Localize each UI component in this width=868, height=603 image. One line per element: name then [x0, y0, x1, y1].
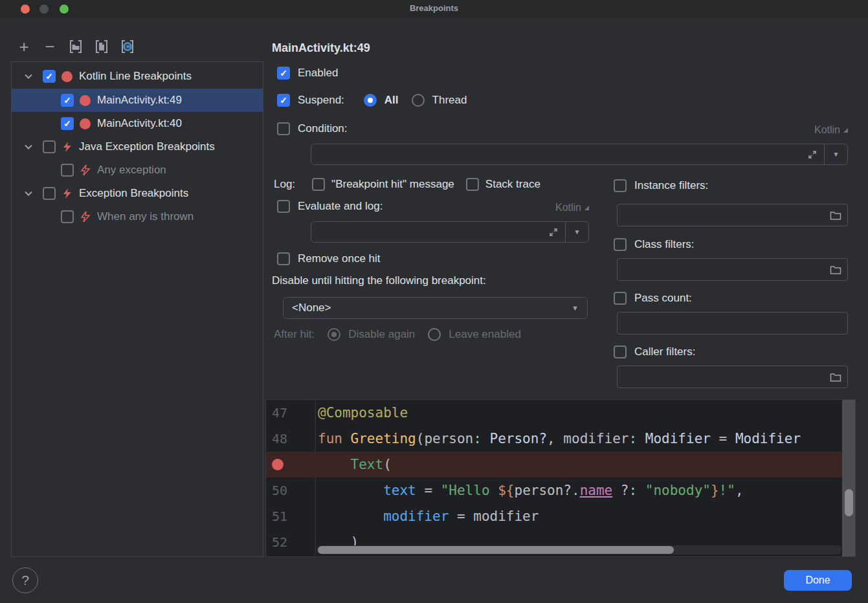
mainactivity-49-checkbox[interactable]: ✓ — [61, 94, 74, 107]
instance-filters-checkbox[interactable] — [614, 179, 627, 192]
enabled-checkbox[interactable]: ✓ — [277, 67, 290, 80]
tree-item-any-exception[interactable]: Any exception — [12, 159, 263, 182]
chevron-down-icon[interactable] — [24, 189, 33, 198]
evaluate-and-log-checkbox[interactable] — [277, 200, 290, 213]
disable-until-label: Disable until hitting the following brea… — [272, 274, 486, 287]
tree-item-mainactivity-49[interactable]: ✓ MainActivity.kt:49 — [12, 89, 263, 112]
stack-trace-checkbox[interactable] — [466, 178, 479, 191]
expand-icon[interactable] — [548, 227, 559, 237]
tree-item-label: MainActivity.kt:40 — [97, 117, 182, 130]
after-hit-row: After hit: Disable again Leave enabled — [274, 328, 521, 341]
instance-filters-input[interactable] — [617, 204, 848, 226]
evaluate-language-selector[interactable]: Kotlin — [537, 202, 589, 214]
check-icon: ✓ — [61, 117, 74, 130]
remove-once-hit-checkbox[interactable] — [277, 252, 290, 265]
breakpoint-hit-message-checkbox[interactable] — [312, 178, 325, 191]
when-any-thrown-checkbox[interactable] — [61, 210, 74, 223]
after-hit-disable-radio — [328, 328, 340, 341]
chevron-down-icon[interactable] — [24, 72, 33, 81]
disable-until-combobox[interactable]: <None> ▼ — [283, 297, 588, 319]
evaluate-input[interactable]: ▼ — [311, 221, 589, 243]
kotlin-line-breakpoints-checkbox[interactable]: ✓ — [43, 70, 56, 83]
line-number: 52 — [272, 534, 287, 550]
code-line: 47 @Composable — [266, 400, 855, 426]
suspend-thread-radio[interactable] — [412, 94, 425, 107]
stack-trace-label: Stack trace — [485, 178, 540, 191]
group-by-package-icon[interactable] — [68, 38, 83, 56]
svg-text:C: C — [125, 43, 130, 50]
help-button[interactable]: ? — [12, 567, 38, 593]
expand-icon[interactable] — [807, 149, 818, 160]
done-button[interactable]: Done — [784, 570, 852, 591]
pass-count-input[interactable] — [617, 312, 848, 334]
mainactivity-40-checkbox[interactable]: ✓ — [61, 117, 74, 130]
dropdown-arrow-icon: ▼ — [574, 228, 581, 236]
title-bar: Breakpoints — [0, 0, 868, 17]
folder-icon[interactable] — [830, 265, 841, 275]
tree-item-label: When any is thrown — [97, 210, 194, 223]
folder-icon[interactable] — [830, 372, 841, 382]
after-hit-leave-label: Leave enabled — [449, 328, 521, 341]
class-filters-checkbox[interactable] — [614, 238, 627, 251]
caller-filters-checkbox[interactable] — [614, 345, 627, 358]
condition-history-dropdown[interactable]: ▼ — [824, 144, 847, 164]
any-exception-checkbox[interactable] — [61, 164, 74, 177]
line-number: 51 — [272, 509, 287, 524]
log-row: Log: "Breakpoint hit" message Stack trac… — [274, 178, 540, 191]
add-breakpoint-button[interactable]: + — [16, 38, 32, 56]
breakpoints-tree: ✓ Kotlin Line Breakpoints ✓ MainActivity… — [11, 61, 263, 557]
tree-item-label: Any exception — [97, 164, 166, 177]
window-title: Breakpoints — [0, 3, 868, 13]
horizontal-scrollbar-thumb[interactable] — [318, 546, 674, 554]
breakpoints-toolbar: + − C — [16, 38, 135, 56]
suspend-row: ✓ Suspend: All Thread — [277, 94, 467, 107]
dropdown-arrow-icon: ▼ — [833, 151, 840, 158]
evaluate-history-dropdown[interactable]: ▼ — [565, 222, 588, 242]
remove-once-hit-row: Remove once hit — [277, 252, 381, 265]
condition-language-selector[interactable]: Kotlin — [796, 124, 848, 136]
check-icon: ✓ — [277, 94, 290, 107]
suspend-all-radio[interactable] — [364, 94, 377, 107]
dropdown-arrow-icon: ▼ — [572, 304, 579, 312]
caller-filters-input[interactable] — [617, 366, 848, 388]
breakpoints-dialog: Breakpoints + − C — [0, 0, 868, 603]
exception-bolt-icon — [61, 188, 73, 199]
folder-icon[interactable] — [830, 210, 841, 221]
class-filters-row: Class filters: — [614, 238, 695, 251]
tree-item-kotlin-line-breakpoints[interactable]: ✓ Kotlin Line Breakpoints — [12, 65, 263, 88]
tree-item-java-exception-breakpoints[interactable]: Java Exception Breakpoints — [12, 135, 263, 159]
java-exception-breakpoints-checkbox[interactable] — [43, 140, 56, 153]
evaluate-and-log-label: Evaluate and log: — [298, 200, 383, 213]
vertical-scrollbar-thumb[interactable] — [845, 489, 853, 516]
tree-item-exception-breakpoints[interactable]: Exception Breakpoints — [12, 182, 263, 205]
condition-language-label: Kotlin — [814, 124, 840, 136]
evaluate-row: Evaluate and log: — [277, 200, 383, 213]
suspend-label: Suspend: — [298, 94, 344, 107]
code-line-breakpoint: Text( — [266, 452, 855, 477]
vertical-scrollbar[interactable] — [842, 400, 856, 557]
class-filters-input[interactable] — [617, 258, 848, 281]
breakpoint-dot-icon — [80, 118, 91, 129]
condition-checkbox[interactable] — [277, 122, 290, 135]
suspend-checkbox[interactable]: ✓ — [277, 94, 290, 107]
remove-breakpoint-button[interactable]: − — [42, 38, 58, 56]
breakpoint-dot-icon[interactable] — [272, 459, 284, 470]
disable-until-value: <None> — [292, 302, 331, 314]
pass-count-checkbox[interactable] — [614, 292, 627, 305]
tree-item-label: Kotlin Line Breakpoints — [79, 70, 192, 83]
condition-input[interactable]: ▼ — [311, 144, 848, 165]
tree-item-when-any-is-thrown[interactable]: When any is thrown — [12, 205, 263, 228]
chevron-down-icon[interactable] — [24, 142, 33, 151]
tree-item-mainactivity-40[interactable]: ✓ MainActivity.kt:40 — [12, 112, 263, 135]
breakpoint-hit-message-label: "Breakpoint hit" message — [331, 178, 454, 191]
exception-bolt-outline-icon — [80, 164, 91, 176]
caller-filters-label: Caller filters: — [634, 345, 695, 358]
exception-bolt-icon — [61, 141, 73, 153]
exception-breakpoints-checkbox[interactable] — [43, 187, 56, 200]
group-by-file-icon[interactable] — [94, 38, 109, 56]
group-by-class-icon[interactable]: C — [120, 38, 135, 56]
tree-item-label: Java Exception Breakpoints — [79, 140, 215, 153]
breakpoint-dot-icon — [61, 71, 72, 82]
language-dropdown-triangle-icon — [584, 206, 589, 210]
caller-filters-row: Caller filters: — [614, 345, 695, 358]
